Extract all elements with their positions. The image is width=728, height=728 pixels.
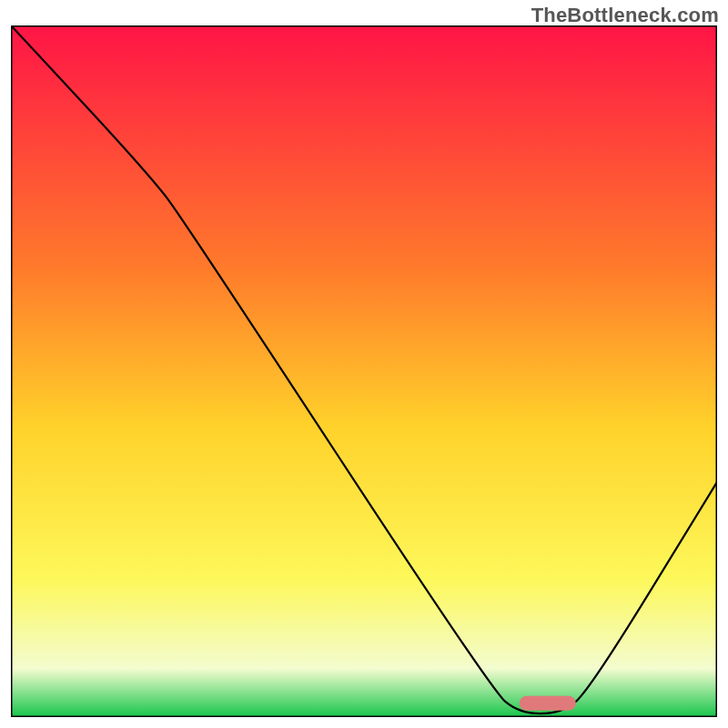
- chart-container: TheBottleneck.com: [0, 0, 728, 728]
- gradient-background: [11, 25, 717, 717]
- bottleneck-curve-chart: [11, 25, 717, 717]
- optimal-range-marker: [520, 696, 576, 711]
- chart-svg: [11, 25, 717, 717]
- watermark-text: TheBottleneck.com: [531, 4, 719, 27]
